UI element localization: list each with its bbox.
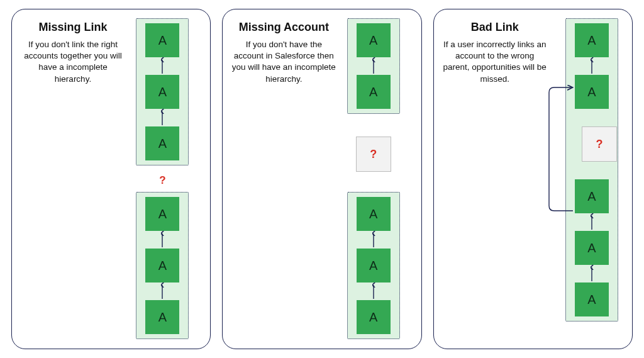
account-node: A xyxy=(357,75,391,109)
arrow-up-icon xyxy=(159,282,165,300)
arrow-up-icon xyxy=(159,57,165,75)
account-node: A xyxy=(145,249,179,282)
arrow-up-icon xyxy=(370,57,377,75)
panel-diagram: A A A A A ? xyxy=(548,18,623,340)
account-node: A xyxy=(575,231,609,265)
arrow-up-icon xyxy=(589,213,595,231)
account-node: A xyxy=(575,23,609,57)
account-node: A xyxy=(357,197,391,231)
panel-bad-link: Bad Link If a user incorrectly links an … xyxy=(433,9,633,349)
account-node: A xyxy=(145,23,179,57)
account-node: A xyxy=(357,300,391,334)
panel-title: Missing Account xyxy=(230,21,337,34)
node-group-top: A A A xyxy=(136,18,189,165)
account-node: A xyxy=(357,249,391,282)
arrow-up-icon xyxy=(159,109,165,126)
account-node: A xyxy=(575,179,609,213)
account-node: A xyxy=(145,126,179,160)
panel-title: Missing Link xyxy=(19,21,126,34)
account-node: A xyxy=(145,300,179,334)
panel-diagram: A A A ? A A A xyxy=(136,18,196,340)
account-node: A xyxy=(145,75,179,109)
panel-missing-link: Missing Link If you don't link the right… xyxy=(11,9,211,349)
node-group: A A A A A xyxy=(565,18,618,322)
node-group-bottom: A A A xyxy=(136,192,189,339)
panel-desc: If you don't link the right accounts tog… xyxy=(19,39,126,85)
panel-diagram: A A ? A A A xyxy=(347,18,408,340)
panel-desc: If you don't have the account in Salesfo… xyxy=(230,39,337,85)
missing-link-marker: ? xyxy=(136,174,189,187)
arrow-up-icon xyxy=(589,265,595,282)
node-group-bottom: A A A xyxy=(347,192,400,339)
arrow-up-icon xyxy=(370,282,377,300)
node-group-top: A A xyxy=(347,18,400,114)
arrow-up-icon xyxy=(159,231,165,249)
arrow-up-icon xyxy=(589,57,595,75)
panel-missing-account: Missing Account If you don't have the ac… xyxy=(222,9,421,349)
account-node: A xyxy=(357,23,391,57)
panel-title: Bad Link xyxy=(441,21,548,34)
panel-desc: If a user incorrectly links an account t… xyxy=(441,39,548,85)
account-node: A xyxy=(575,75,609,109)
arrow-up-icon xyxy=(370,231,377,249)
account-node: A xyxy=(575,282,609,316)
missing-account-box: ? xyxy=(356,137,391,172)
wrong-parent-box: ? xyxy=(582,126,617,162)
account-node: A xyxy=(145,197,179,231)
